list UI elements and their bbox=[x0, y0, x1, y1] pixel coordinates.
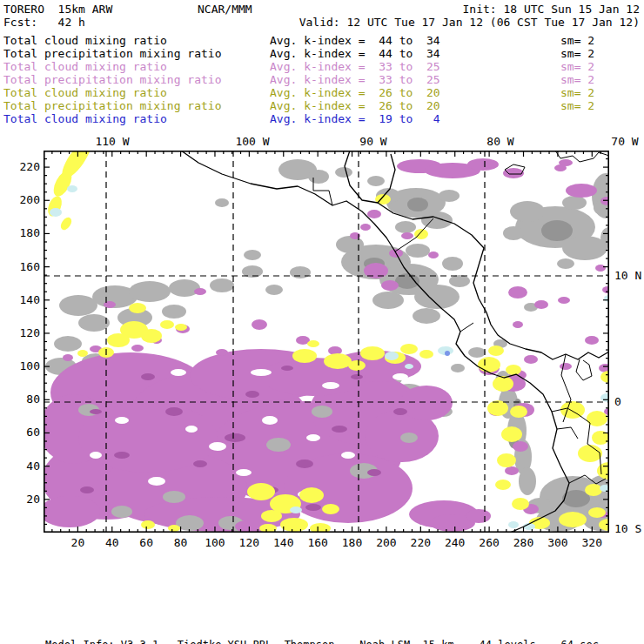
purple-scattered bbox=[401, 232, 413, 239]
y-tick-label: 40 bbox=[2, 460, 40, 472]
longitude-label: 80 W bbox=[474, 136, 527, 147]
y-tick-label: 60 bbox=[2, 426, 40, 438]
purple-dark-speckles bbox=[351, 374, 363, 379]
yellow-colombia-band bbox=[495, 480, 511, 490]
yellow-midleft-cluster bbox=[107, 333, 130, 347]
purple-scattered bbox=[428, 252, 439, 258]
yellow-midleft-cluster bbox=[175, 324, 187, 331]
gray-gulf bbox=[308, 170, 329, 184]
purple-scattered bbox=[560, 363, 572, 370]
white-holes-in-mass bbox=[262, 416, 278, 425]
yellow-mid-row bbox=[400, 344, 418, 354]
coastline-border-ecuador-peru bbox=[557, 427, 578, 439]
yellow-midleft-cluster bbox=[160, 320, 174, 329]
legend-smoothing: sm= 2 bbox=[560, 47, 594, 60]
purple-scattered bbox=[595, 265, 606, 272]
yellow-center-cluster bbox=[299, 487, 324, 503]
gray-left-band bbox=[129, 281, 171, 302]
coastline-border-panama bbox=[460, 323, 473, 332]
legend-row: Total cloud mixing ratioAvg. k-index = 4… bbox=[0, 34, 644, 47]
gray-gulf bbox=[335, 167, 352, 178]
yellow-colombia-band bbox=[493, 376, 513, 392]
cyan-spots bbox=[405, 364, 413, 369]
white-holes-in-mass bbox=[392, 373, 408, 380]
purple-scattered bbox=[513, 321, 523, 328]
gray-central-america bbox=[372, 292, 404, 309]
purple-scattered bbox=[585, 336, 599, 345]
legend-smoothing: sm= 2 bbox=[560, 86, 594, 99]
purple-dark-speckles bbox=[393, 408, 407, 415]
gray-dark-patches bbox=[407, 198, 428, 211]
purple-dark-speckles bbox=[367, 469, 381, 476]
gray-in-mass bbox=[266, 438, 291, 452]
gray-misc bbox=[557, 258, 574, 269]
white-holes-in-mass bbox=[209, 442, 226, 451]
white-holes-in-mass bbox=[171, 369, 186, 376]
legend-row: Total precipitation mixing ratioAvg. k-i… bbox=[0, 99, 644, 112]
yellow-colombia-band bbox=[497, 453, 516, 467]
purple-dark-speckles bbox=[90, 409, 102, 414]
yellow-colombia-band bbox=[501, 426, 522, 442]
cyan-spots bbox=[290, 506, 302, 513]
purple-scattered bbox=[534, 300, 548, 309]
latitude-label: 10 S bbox=[614, 523, 641, 534]
yellow-center-cluster bbox=[322, 504, 339, 514]
purple-scattered bbox=[508, 286, 527, 299]
legend-field-label: Total cloud mixing ratio bbox=[3, 60, 167, 73]
purple-scattered bbox=[194, 288, 206, 295]
gray-left-band bbox=[162, 305, 186, 319]
gray-in-mass bbox=[400, 433, 418, 443]
x-tick-label: 100 bbox=[198, 537, 232, 548]
gray-andes bbox=[519, 467, 536, 495]
cyan-spots bbox=[50, 208, 62, 217]
legend-row: Total cloud mixing ratioAvg. k-index = 2… bbox=[0, 86, 644, 99]
x-tick-label: 200 bbox=[369, 537, 404, 548]
yellow-colombia-band bbox=[510, 406, 527, 418]
purple-top-band bbox=[503, 168, 524, 178]
purple-dark-speckles bbox=[225, 433, 245, 442]
gray-misc bbox=[215, 198, 229, 207]
purple-colombia-bottom bbox=[524, 355, 538, 364]
purple-scattered bbox=[381, 280, 399, 291]
yellow-center-cluster bbox=[247, 483, 275, 500]
x-tick-label: 160 bbox=[300, 537, 335, 548]
forecast-hour: Fcst: 42 h bbox=[3, 17, 85, 29]
white-holes-in-mass bbox=[185, 426, 198, 433]
x-tick-label: 60 bbox=[129, 537, 164, 548]
yellow-mid-row bbox=[360, 346, 385, 360]
purple-itcz-mass bbox=[400, 386, 453, 420]
x-tick-label: 20 bbox=[60, 537, 95, 548]
gray-oaxaca bbox=[367, 176, 385, 186]
purple-scattered bbox=[367, 210, 381, 218]
gray-left-band bbox=[265, 285, 283, 295]
gray-central-america bbox=[449, 275, 470, 287]
yellow-mid-row bbox=[324, 353, 352, 369]
y-tick-label: 160 bbox=[2, 261, 40, 272]
x-tick-label: 80 bbox=[164, 537, 198, 548]
gray-oaxaca bbox=[439, 190, 460, 202]
legend-field-label: Total cloud mixing ratio bbox=[3, 34, 167, 47]
legend-kindex-stat: Avg. k-index = 33 to 25 bbox=[270, 60, 440, 73]
longitude-label: 90 W bbox=[347, 136, 399, 147]
yellow-amazon bbox=[578, 445, 602, 462]
gray-in-mass bbox=[111, 506, 132, 518]
gray-central-america bbox=[442, 257, 463, 271]
legend-smoothing: sm= 2 bbox=[560, 60, 594, 73]
legend-row: Total precipitation mixing ratioAvg. k-i… bbox=[0, 47, 644, 60]
gray-left-band bbox=[169, 279, 200, 297]
y-tick-label: 200 bbox=[2, 194, 40, 205]
yellow-colombia-band bbox=[512, 498, 529, 510]
longitude-label: 70 W bbox=[599, 136, 644, 147]
valid-time: Valid: 12 UTC Tue 17 Jan 12 (06 CST Tue … bbox=[299, 17, 640, 29]
legend-field-label: Total cloud mixing ratio bbox=[3, 86, 167, 99]
purple-scattered bbox=[566, 184, 597, 198]
purple-colombia-bottom bbox=[513, 441, 528, 452]
gray-left-band bbox=[78, 314, 110, 332]
legend-kindex-stat: Avg. k-index = 44 to 34 bbox=[270, 34, 440, 47]
purple-dark-speckles bbox=[80, 486, 94, 493]
org-label: NCAR/MMM bbox=[198, 3, 252, 16]
legend-kindex-stat: Avg. k-index = 44 to 34 bbox=[270, 47, 440, 60]
purple-dark-speckles bbox=[305, 504, 321, 511]
legend-field-label: Total precipitation mixing ratio bbox=[3, 47, 221, 60]
purple-scattered bbox=[558, 297, 570, 304]
